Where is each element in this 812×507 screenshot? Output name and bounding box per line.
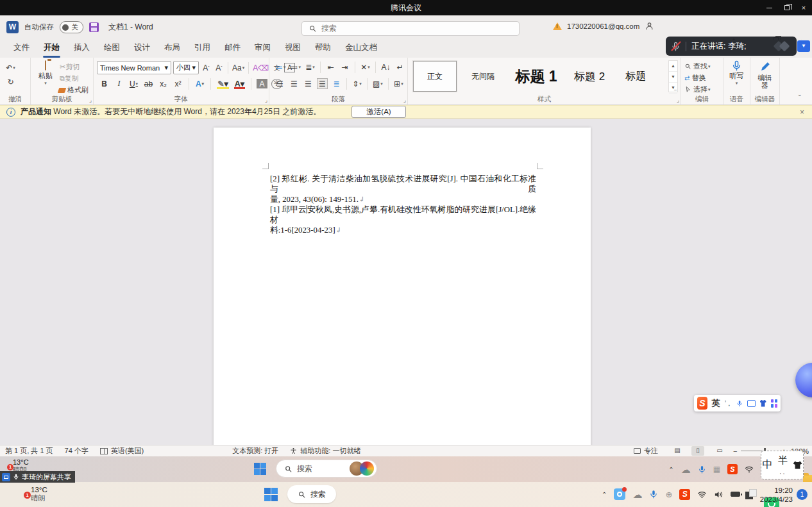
display-cast-icon[interactable]: ⊕: [665, 490, 672, 499]
ime-chinese-indicator[interactable]: 中: [763, 458, 773, 472]
paste-button[interactable]: 粘贴 ▾: [35, 61, 56, 86]
styles-dialog-launcher[interactable]: ⌟: [677, 97, 679, 103]
weather-widget[interactable]: 1 13°C晴朗: [26, 486, 47, 503]
text-effects-button[interactable]: A▾: [194, 78, 205, 90]
style-no-spacing[interactable]: 无间隔: [462, 61, 504, 92]
document-page[interactable]: [2] 郑红彬. 关于清洁柴油加氢脱硫技术进展研究[J]. 中国石油和化工标准与…: [214, 128, 591, 445]
web-layout-button[interactable]: ▭: [713, 446, 726, 456]
meeting-restore-button[interactable]: [781, 3, 793, 13]
focus-mode-button[interactable]: 专注: [634, 446, 658, 456]
tab-kingsoft-docs[interactable]: 金山文档: [338, 39, 384, 58]
page-number-status[interactable]: 第 1 页, 共 1 页: [5, 446, 53, 456]
zoom-out-button[interactable]: −: [733, 447, 737, 455]
net-device-icon[interactable]: ▦: [713, 465, 720, 474]
wifi-icon[interactable]: [745, 465, 754, 474]
meeting-overlay-expand-button[interactable]: ▼: [797, 40, 810, 52]
activate-button[interactable]: 激活(A): [351, 106, 405, 118]
ime-punctuation-mode[interactable]: ’，: [725, 399, 732, 408]
word-app-icon[interactable]: W: [6, 21, 19, 33]
read-mode-button[interactable]: ▤: [671, 446, 684, 456]
tab-references[interactable]: 引用: [187, 39, 217, 58]
ime-skin-icon[interactable]: [793, 461, 802, 469]
tab-home[interactable]: 开始: [37, 39, 67, 58]
tab-insert[interactable]: 插入: [67, 39, 97, 58]
battery-icon[interactable]: [731, 492, 740, 497]
ime-voice-icon[interactable]: [736, 399, 743, 408]
document-canvas[interactable]: [2] 郑红彬. 关于清洁柴油加氢脱硫技术进展研究[J]. 中国石油和化工标准与…: [0, 119, 812, 445]
search-highlight-image[interactable]: [360, 461, 374, 476]
tab-view[interactable]: 视图: [278, 39, 308, 58]
word-search-box[interactable]: 搜索: [301, 21, 520, 36]
ime-punct-indicator[interactable]: ，。: [778, 469, 788, 475]
text-prediction-status[interactable]: 文本预测: 打开: [232, 446, 278, 456]
sogou-logo-icon[interactable]: S: [697, 397, 707, 410]
character-shading-button[interactable]: A: [257, 79, 267, 88]
proofing-status[interactable]: 英语(美国): [100, 446, 144, 456]
sort-button[interactable]: A↓: [380, 61, 391, 73]
ime-halfwidth-indicator[interactable]: 半: [778, 454, 788, 465]
clear-formatting-button[interactable]: A⌫: [252, 62, 269, 74]
styles-scroll-up-icon[interactable]: ▲: [669, 61, 677, 72]
dictate-button[interactable]: 听写 ▾: [723, 60, 750, 86]
autosave-toggle[interactable]: 关: [60, 21, 83, 33]
taskbar-search-box[interactable]: 搜索: [287, 485, 336, 503]
style-title[interactable]: 标题: [616, 61, 656, 92]
app-store-button[interactable]: [366, 497, 812, 507]
tab-design[interactable]: 设计: [127, 39, 157, 58]
tab-review[interactable]: 审阅: [248, 39, 278, 58]
tab-draw[interactable]: 绘图: [97, 39, 127, 58]
notice-close-icon[interactable]: ×: [800, 108, 804, 117]
account-email[interactable]: 1730220061@qq.com: [567, 22, 639, 30]
tab-file[interactable]: 文件: [6, 39, 37, 58]
multilevel-list-button[interactable]: ≣▾: [305, 61, 316, 73]
line-spacing-button[interactable]: ⇕▾: [351, 78, 362, 90]
tray-expand-chevron[interactable]: ⌃: [602, 491, 607, 498]
find-button[interactable]: 查找▾: [684, 60, 711, 72]
font-color-button[interactable]: A▾: [233, 79, 246, 88]
tray-mic-icon[interactable]: [698, 465, 706, 474]
ime-language-mode[interactable]: 英: [712, 397, 720, 409]
copy-button[interactable]: ⧉ 复制: [59, 72, 80, 85]
strikethrough-button[interactable]: ab: [143, 78, 154, 90]
ime-keyboard-icon[interactable]: [747, 400, 755, 407]
borders-button[interactable]: ⊞▾: [393, 78, 404, 90]
increase-indent-button[interactable]: ⇥: [339, 61, 350, 73]
font-size-dropdown[interactable]: 小四▾: [173, 61, 199, 74]
show-marks-button[interactable]: ↵: [394, 61, 405, 73]
styles-scroll-down-icon[interactable]: ▼: [669, 72, 677, 83]
style-normal[interactable]: 正文: [413, 61, 457, 92]
shrink-font-button[interactable]: Aˇ: [214, 62, 224, 74]
start-button[interactable]: [254, 463, 266, 475]
redo-button[interactable]: ↻: [5, 76, 16, 88]
sogou-tray-icon[interactable]: S: [679, 489, 690, 500]
word-count-status[interactable]: 74 个字: [65, 446, 89, 456]
align-center-button[interactable]: ☰: [289, 78, 300, 90]
underline-button[interactable]: U▾: [128, 78, 139, 90]
screen-share-banner[interactable]: 李琦的屏幕共享: [0, 471, 75, 483]
italic-button[interactable]: I: [114, 78, 124, 90]
ime-status-panel[interactable]: 中 半，。: [761, 451, 804, 479]
shading-bucket-button[interactable]: ▨▾: [372, 78, 384, 90]
start-button[interactable]: [264, 488, 278, 501]
justify-button[interactable]: ☰: [317, 78, 328, 89]
tray-mic-icon[interactable]: [649, 490, 658, 499]
save-button[interactable]: [89, 22, 99, 32]
notification-count-badge[interactable]: 1: [797, 489, 808, 500]
ime-toolbar[interactable]: S 英 ’，: [694, 395, 781, 411]
sogou-tray-icon[interactable]: S: [727, 464, 738, 474]
undo-button[interactable]: ↶▾: [5, 62, 16, 74]
align-right-button[interactable]: ☰: [303, 78, 314, 90]
tab-mailings[interactable]: 邮件: [217, 39, 248, 58]
subscript-button[interactable]: x₂: [158, 78, 169, 90]
editor-button[interactable]: 编辑器: [750, 61, 779, 89]
ribbon-collapse-chevron[interactable]: ⌄: [797, 91, 802, 97]
bold-button[interactable]: B: [99, 78, 110, 90]
tab-help[interactable]: 帮助: [308, 39, 338, 58]
ime-skin-icon[interactable]: [760, 400, 766, 407]
asian-layout-button[interactable]: ✕▾: [360, 61, 371, 73]
bullets-button[interactable]: ≔▾: [275, 61, 287, 73]
style-heading2[interactable]: 标题 2: [568, 61, 611, 92]
wifi-icon[interactable]: [697, 490, 707, 499]
paragraph-dialog-launcher[interactable]: ⌟: [403, 97, 406, 103]
replace-button[interactable]: ⇄ 替换: [684, 72, 706, 84]
